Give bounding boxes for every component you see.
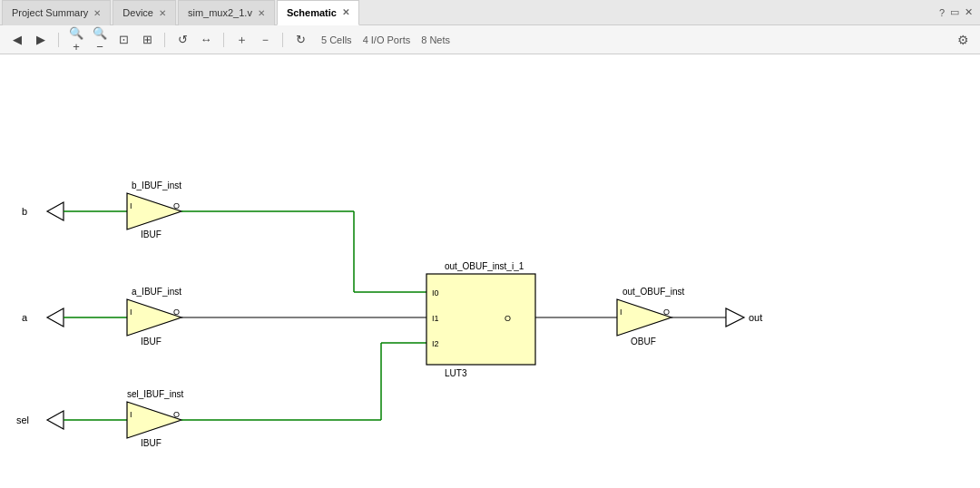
tab-help-area: ? ▭ ✕ <box>939 6 980 18</box>
tab-sim-mux[interactable]: sim_mux2_1.v ✕ <box>178 0 275 25</box>
lut3-label: out_OBUF_inst_i_1 <box>445 261 524 271</box>
obuf-label: out_OBUF_inst <box>622 287 685 297</box>
svg-text:I: I <box>620 307 622 317</box>
cells-count: 5 Cells <box>321 34 352 45</box>
svg-text:O: O <box>173 410 180 419</box>
rotate-button[interactable]: ↺ <box>172 30 192 50</box>
svg-marker-8 <box>47 308 64 327</box>
tab-project-summary[interactable]: Project Summary ✕ <box>2 0 111 25</box>
forward-button[interactable]: ▶ <box>31 30 51 50</box>
toolbar-sep-3 <box>223 33 224 47</box>
tab-close-sim-mux[interactable]: ✕ <box>258 8 265 18</box>
restore-icon[interactable]: ▭ <box>950 6 959 18</box>
svg-marker-2 <box>127 193 181 229</box>
schematic-svg: b b_IBUF_inst I O IBUF a a_IBUF_inst I O… <box>0 54 980 488</box>
port-b-label: b <box>22 206 27 217</box>
minus-button[interactable]: － <box>255 30 275 50</box>
tab-close-device[interactable]: ✕ <box>159 8 166 18</box>
svg-marker-0 <box>47 202 64 220</box>
svg-marker-14 <box>47 411 64 429</box>
tab-close-project-summary[interactable]: ✕ <box>93 8 101 18</box>
svg-text:I: I <box>130 410 132 419</box>
sel-ibuf-sublabel: IBUF <box>141 438 162 448</box>
schematic-canvas[interactable]: b b_IBUF_inst I O IBUF a a_IBUF_inst I O… <box>0 54 980 488</box>
plus-button[interactable]: ＋ <box>231 30 251 50</box>
svg-text:I: I <box>130 201 132 210</box>
svg-marker-10 <box>127 299 181 336</box>
zoom-out-button[interactable]: 🔍− <box>90 30 110 50</box>
nets-count: 8 Nets <box>421 34 450 45</box>
toolbar-info: 5 Cells 4 I/O Ports 8 Nets <box>321 34 450 45</box>
obuf-sublabel: OBUF <box>631 337 656 346</box>
svg-marker-16 <box>127 402 181 438</box>
toolbar-sep-4 <box>282 33 283 47</box>
svg-text:O: O <box>663 307 670 317</box>
flip-button[interactable]: ↔ <box>196 30 216 50</box>
sel-ibuf-label: sel_IBUF_inst <box>127 389 183 399</box>
b-ibuf-label: b_IBUF_inst <box>132 181 181 190</box>
svg-marker-28 <box>617 299 671 336</box>
tab-bar: Project Summary ✕ Device ✕ sim_mux2_1.v … <box>0 0 980 25</box>
tab-device[interactable]: Device ✕ <box>113 0 176 25</box>
tab-close-schematic[interactable]: ✕ <box>342 7 349 17</box>
svg-marker-32 <box>726 308 744 327</box>
svg-text:I: I <box>130 307 132 317</box>
svg-text:O: O <box>505 314 511 323</box>
io-ports-count: 4 I/O Ports <box>363 34 411 45</box>
back-button[interactable]: ◀ <box>7 30 27 50</box>
port-a-label: a <box>22 312 28 323</box>
svg-text:I2: I2 <box>432 339 439 348</box>
toolbar-sep-2 <box>164 33 165 47</box>
svg-rect-22 <box>426 274 535 365</box>
tab-schematic[interactable]: Schematic ✕ <box>277 0 359 25</box>
refresh-button[interactable]: ↻ <box>290 30 310 50</box>
svg-text:I0: I0 <box>432 288 439 298</box>
zoom-select-button[interactable]: ⊞ <box>137 30 157 50</box>
settings-button[interactable]: ⚙ <box>953 30 973 50</box>
port-out-label: out <box>749 312 762 323</box>
toolbar-sep-1 <box>58 33 59 47</box>
fit-button[interactable]: ⊡ <box>113 30 133 50</box>
zoom-in-button[interactable]: 🔍+ <box>66 30 86 50</box>
port-sel-label: sel <box>16 415 29 425</box>
help-icon[interactable]: ? <box>939 7 945 18</box>
a-ibuf-sublabel: IBUF <box>141 337 162 346</box>
close-icon[interactable]: ✕ <box>965 6 973 18</box>
svg-text:O: O <box>173 307 180 317</box>
lut3-sublabel: LUT3 <box>445 368 467 378</box>
b-ibuf-sublabel: IBUF <box>141 229 162 239</box>
svg-text:I1: I1 <box>432 314 439 323</box>
toolbar: ◀ ▶ 🔍+ 🔍− ⊡ ⊞ ↺ ↔ ＋ － ↻ 5 Cells 4 I/O Po… <box>0 25 980 54</box>
a-ibuf-label: a_IBUF_inst <box>132 287 181 297</box>
svg-text:O: O <box>173 201 180 210</box>
